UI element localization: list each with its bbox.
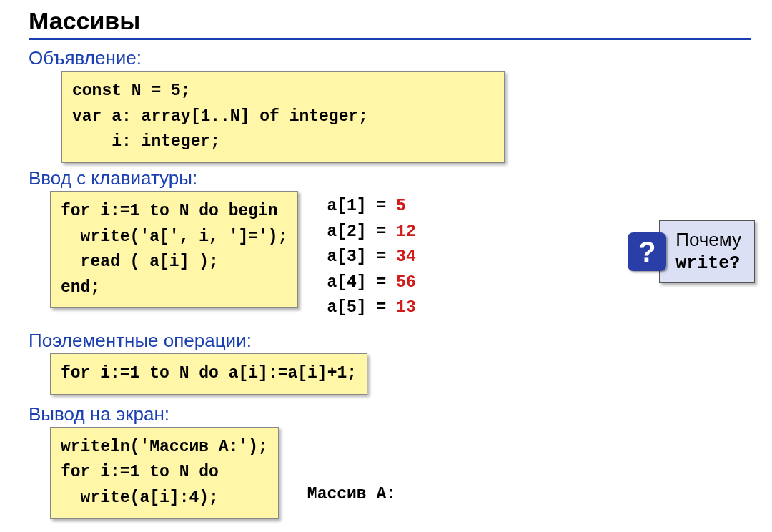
array-value-4: a[4] = 56 xyxy=(327,270,415,296)
array-value-5: a[5] = 13 xyxy=(327,295,415,321)
section-label-elementwise: Поэлементные операции: xyxy=(29,330,751,352)
section-label-input: Ввод с клавиатуры: xyxy=(29,167,751,189)
callout-line1: Почему xyxy=(676,228,741,252)
array-value-3: a[3] = 34 xyxy=(327,245,415,270)
callout-line2: write? xyxy=(676,252,741,276)
output-result: Массив A: 6 13 35 57 14 xyxy=(307,433,534,532)
page-title: Массивы xyxy=(29,7,751,35)
question-icon: ? xyxy=(628,232,666,271)
code-declaration: const N = 5; var a: array[1..N] of integ… xyxy=(61,71,505,163)
callout: ? Почему write? xyxy=(628,220,755,283)
callout-box: Почему write? xyxy=(659,220,755,283)
section-label-declaration: Объявление: xyxy=(29,47,751,69)
code-output: writeln('Массив A:'); for i:=1 to N do w… xyxy=(50,427,279,519)
array-values: a[1] = 5 a[2] = 12 a[3] = 34 a[4] = 56 a… xyxy=(327,194,415,321)
output-row: writeln('Массив A:'); for i:=1 to N do w… xyxy=(29,427,751,532)
section-label-output: Вывод на экран: xyxy=(29,403,751,425)
code-elementwise: for i:=1 to N do a[i]:=a[i]+1; xyxy=(50,353,367,395)
output-result-label: Массив A: xyxy=(307,482,534,507)
array-value-1: a[1] = 5 xyxy=(327,194,415,220)
title-underline xyxy=(29,38,751,40)
code-input: for i:=1 to N do begin write('a[', i, ']… xyxy=(50,191,298,309)
array-value-2: a[2] = 12 xyxy=(327,220,415,245)
